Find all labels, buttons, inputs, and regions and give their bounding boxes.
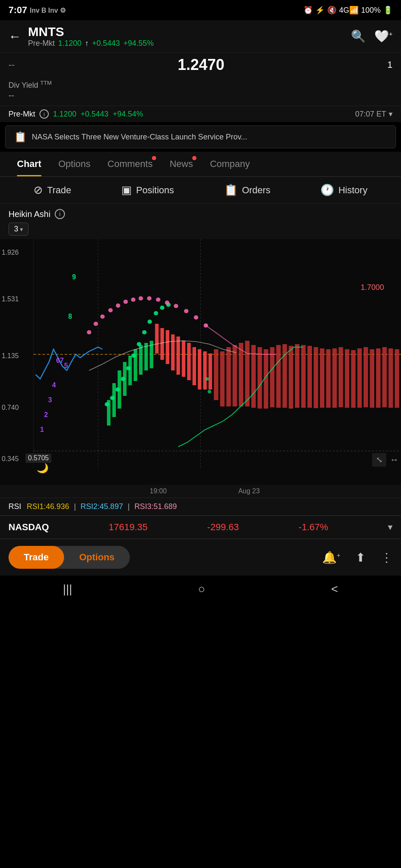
svg-point-64 (148, 320, 152, 324)
period-selector[interactable]: 3 ▾ (8, 223, 28, 236)
x-label-end (331, 487, 357, 495)
svg-text:↔: ↔ (390, 454, 399, 464)
chart-price-label: 1.7000 (361, 283, 384, 292)
tab-news[interactable]: News (161, 152, 202, 176)
history-icon: 🕐 (320, 184, 334, 197)
trade-button[interactable]: ⊘ Trade (34, 184, 71, 197)
search-button[interactable]: 🔍 (351, 29, 366, 43)
chart-info-icon[interactable]: i (55, 209, 65, 219)
main-price: 1.2470 (178, 56, 224, 74)
chart-canvas[interactable]: 1.926 1.531 1.135 0.740 0.345 1.7000 0.5… (0, 239, 401, 485)
svg-rect-50 (364, 347, 368, 407)
svg-point-71 (108, 308, 113, 312)
mute-icon: 🔇 (327, 6, 337, 15)
back-button[interactable]: ← (8, 29, 21, 44)
svg-rect-48 (351, 350, 356, 408)
svg-rect-42 (314, 347, 318, 408)
share-button[interactable]: ⬆ (356, 551, 365, 565)
menu-nav-button[interactable]: ||| (63, 582, 72, 596)
svg-point-77 (156, 298, 161, 302)
pre-mkt-info-pct: +94.54% (113, 110, 143, 119)
history-button[interactable]: 🕐 History (320, 184, 367, 197)
tab-company[interactable]: Company (202, 152, 258, 176)
svg-rect-12 (139, 345, 143, 375)
nasdaq-chevron-icon[interactable]: ▾ (388, 522, 393, 533)
div-yield-value: -- (8, 91, 393, 100)
svg-point-59 (121, 377, 126, 381)
rsi-label: RSI (8, 502, 21, 511)
tab-comments[interactable]: Comments (99, 152, 161, 176)
home-nav-button[interactable]: ○ (198, 582, 205, 596)
pre-mkt-change: +0.5443 (92, 39, 120, 48)
pre-mkt-time[interactable]: 07:07 ET ▾ (355, 109, 393, 119)
pre-mkt-info-change: +0.5443 (81, 110, 109, 119)
history-label: History (338, 185, 367, 196)
news-text: NASA Selects Three New Venture-Class Lau… (32, 133, 247, 142)
chart-num-67: 67 (56, 357, 64, 364)
orders-icon: 📋 (224, 184, 238, 197)
svg-rect-16 (160, 328, 164, 360)
tab-chart[interactable]: Chart (8, 152, 50, 176)
period-value: 3 (14, 225, 18, 234)
chart-num-1: 1 (40, 426, 44, 434)
y-label-4: 0.740 (2, 404, 19, 412)
svg-rect-31 (245, 341, 250, 406)
trade-main-button[interactable]: Trade (8, 546, 64, 569)
watchlist-button[interactable]: 🤍+ (374, 29, 393, 43)
chart-num-4: 4 (52, 381, 56, 389)
chart-num-2: 2 (44, 411, 48, 419)
period-selector-row: 3 ▾ (0, 223, 401, 239)
nasdaq-label: NASDAQ (8, 522, 49, 533)
svg-rect-30 (239, 343, 244, 406)
chart-section: Heikin Ashi i 3 ▾ 1.926 1.531 1.135 0.74… (0, 204, 401, 498)
y-label-3: 1.135 (2, 352, 19, 360)
ticker-symbol: MNTS (28, 25, 351, 39)
news-banner[interactable]: 📋 NASA Selects Three New Venture-Class L… (5, 125, 396, 148)
options-main-button[interactable]: Options (64, 546, 130, 569)
svg-rect-19 (177, 337, 180, 375)
tab-bar: Chart Options Comments News Company (0, 152, 401, 177)
pre-mkt-details: Pre-Mkt i 1.1200 +0.5443 +94.54% (8, 109, 143, 119)
svg-rect-54 (389, 348, 393, 408)
x-label-date: Aug 23 (238, 487, 260, 495)
svg-point-63 (142, 330, 147, 334)
svg-text:🌙: 🌙 (36, 463, 49, 474)
pre-mkt-info-row: Pre-Mkt i 1.1200 +0.5443 +94.54% 07:07 E… (0, 106, 401, 122)
svg-rect-45 (332, 348, 337, 408)
svg-point-76 (147, 296, 152, 300)
svg-rect-47 (345, 349, 350, 408)
svg-point-70 (100, 314, 105, 319)
div-yield-label: Div Yield TTM (8, 80, 393, 90)
svg-rect-28 (226, 347, 231, 406)
news-icon: 📋 (14, 131, 27, 143)
comments-dot (152, 156, 156, 160)
nasdaq-change: -299.63 (207, 522, 239, 533)
orders-button[interactable]: 📋 Orders (224, 184, 270, 197)
svg-point-73 (123, 300, 128, 304)
positions-button[interactable]: ▣ Positions (121, 184, 174, 197)
news-dot (192, 156, 196, 160)
bottom-price-label: 0.5705 (25, 453, 51, 463)
alert-button[interactable]: 🔔+ (322, 551, 340, 565)
svg-point-83 (205, 377, 209, 381)
svg-rect-13 (144, 343, 148, 370)
positions-label: Positions (136, 185, 174, 196)
left-dash: -- (8, 59, 15, 70)
status-time: 7:07 Inv B Inv ⚙ (8, 5, 66, 16)
more-button[interactable]: ⋮ (381, 551, 393, 565)
nasdaq-row[interactable]: NASDAQ 17619.35 -299.63 -1.67% ▾ (0, 515, 401, 539)
svg-rect-49 (357, 348, 362, 408)
back-nav-button[interactable]: < (331, 582, 338, 596)
pre-mkt-info-label: Pre-Mkt (8, 110, 35, 119)
chart-num-8: 8 (68, 313, 72, 320)
svg-rect-7 (112, 383, 116, 417)
div-yield-section: Div Yield TTM -- (0, 77, 401, 106)
y-label-2: 1.531 (2, 295, 19, 303)
status-icons: ⏰ ⚡ 🔇 4G📶 100% 🔋 (303, 6, 393, 15)
rsi1-value: RSI1:46.936 (27, 502, 69, 511)
info-icon[interactable]: i (39, 109, 49, 119)
tab-options[interactable]: Options (50, 152, 99, 176)
chart-title: Heikin Ashi (8, 209, 50, 219)
x-axis: 19:00 Aug 23 (0, 485, 401, 498)
svg-point-81 (194, 315, 199, 320)
